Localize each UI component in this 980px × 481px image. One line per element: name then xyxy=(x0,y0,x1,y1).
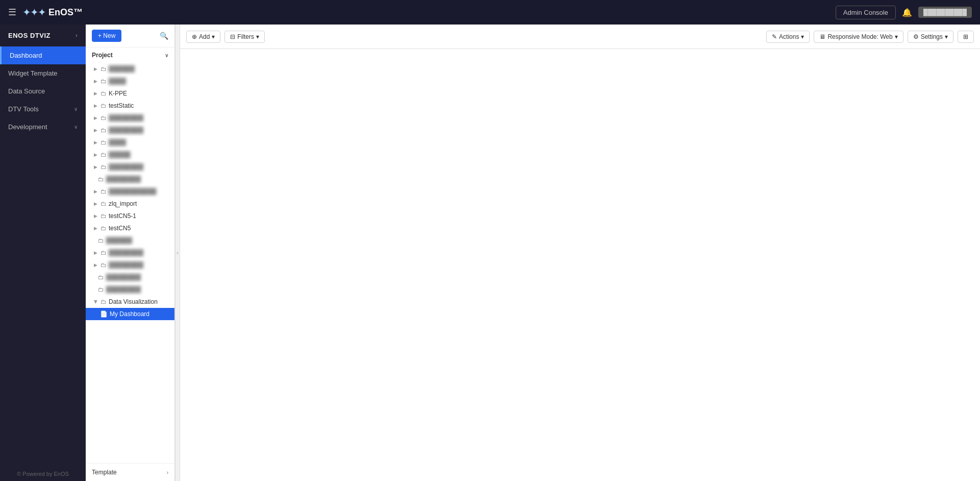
folder-icon: 🗀 xyxy=(100,127,107,134)
tree-item-9-label: ████████ xyxy=(109,163,143,171)
tree-body: Project ∨ ▶ 🗀 ██████ ▶ 🗀 ████ ▶ 🗀 K-PPE xyxy=(86,47,174,463)
user-avatar[interactable]: ██████████ xyxy=(918,7,972,18)
tree-item-6-label: ████████ xyxy=(109,127,143,134)
tree-item-14[interactable]: ▶ 🗀 ████████ xyxy=(86,259,174,271)
layout-button[interactable]: ⊞ xyxy=(958,31,974,43)
expand-arrow-icon: ▶ xyxy=(94,79,97,84)
folder-icon: 🗀 xyxy=(100,200,107,207)
expand-arrow-icon: ▶ xyxy=(94,201,97,206)
layout-icon: ⊞ xyxy=(963,33,968,40)
expand-arrow-icon: ▶ xyxy=(94,250,97,255)
expand-arrow-icon: ▶ xyxy=(94,164,97,170)
tree-panel: + New 🔍 Project ∨ ▶ 🗀 ██████ ▶ 🗀 ████ xyxy=(86,25,175,481)
sidebar-item-widget-template[interactable]: Widget Template xyxy=(0,64,86,82)
tree-item-2-label: ████ xyxy=(109,78,126,85)
search-button[interactable]: 🔍 xyxy=(160,32,168,40)
expand-arrow-icon: ▶ xyxy=(94,66,97,71)
tree-item-7-label: ████ xyxy=(109,139,126,146)
folder-icon: 🗀 xyxy=(98,274,104,281)
collapse-handle-icon: ‹ xyxy=(177,250,178,256)
sidebar-item-data-source[interactable]: Data Source xyxy=(0,82,86,100)
tree-item-16[interactable]: 🗀 ████████ xyxy=(86,283,174,296)
responsive-mode-label: Responsive Mode: Web xyxy=(827,33,892,40)
toolbar-right: ✎ Actions ▾ 🖥 Responsive Mode: Web ▾ ⚙ S… xyxy=(766,31,974,43)
tree-item-10-label: ████████ xyxy=(106,176,141,183)
tree-item-testcn51[interactable]: ▶ 🗀 testCN5-1 xyxy=(86,210,174,222)
folder-icon: 🗀 xyxy=(100,298,107,305)
sidebar-item-dashboard[interactable]: Dashboard xyxy=(0,46,86,64)
tree-item-10[interactable]: 🗀 ████████ xyxy=(86,173,174,185)
folder-icon: 🗀 xyxy=(100,163,107,171)
tree-item-11[interactable]: ▶ 🗀 ███████████ xyxy=(86,185,174,198)
tree-item-kppe[interactable]: ▶ 🗀 K-PPE xyxy=(86,87,174,100)
tree-item-13[interactable]: ▶ 🗀 ████████ xyxy=(86,247,174,259)
notification-icon[interactable]: 🔔 xyxy=(902,8,912,17)
tree-item-zlq[interactable]: ▶ 🗀 zlq_import xyxy=(86,198,174,210)
tree-item-2[interactable]: ▶ 🗀 ████ xyxy=(86,75,174,87)
tree-footer[interactable]: Template › xyxy=(86,463,174,481)
filters-label: Filters xyxy=(237,33,254,40)
folder-icon: 🗀 xyxy=(100,65,107,73)
tree-item-testcn5[interactable]: ▶ 🗀 testCN5 xyxy=(86,222,174,234)
tree-item-7[interactable]: ▶ 🗀 ████ xyxy=(86,136,174,149)
tree-item-12[interactable]: 🗀 ██████ xyxy=(86,234,174,247)
sidebar-item-dtv-tools-label: DTV Tools xyxy=(8,105,39,113)
tree-item-15-label: ████████ xyxy=(106,274,141,281)
actions-chevron-icon: ▾ xyxy=(801,33,804,40)
filters-icon: ⊟ xyxy=(230,33,235,40)
dtv-tools-chevron-icon: ∨ xyxy=(74,106,78,112)
collapse-handle[interactable]: ‹ xyxy=(175,25,180,481)
folder-icon: 🗀 xyxy=(100,188,107,195)
tree-item-mydash-label: My Dashboard xyxy=(110,310,149,318)
admin-console-button[interactable]: Admin Console xyxy=(836,6,896,19)
expand-arrow-icon: ▶ xyxy=(94,152,97,157)
folder-icon: 🗀 xyxy=(100,249,107,256)
development-chevron-icon: ∨ xyxy=(74,124,78,130)
toolbar: ⊕ Add ▾ ⊟ Filters ▾ ✎ Actions ▾ 🖥 xyxy=(180,25,980,49)
tree-item-15[interactable]: 🗀 ████████ xyxy=(86,271,174,283)
main-layout: ENOS DTVIZ › Dashboard Widget Template D… xyxy=(0,25,980,481)
new-button[interactable]: + New xyxy=(92,30,121,42)
tree-item-datavis-label: Data Visualization xyxy=(109,298,158,305)
expand-arrow-icon: ▶ xyxy=(94,91,97,96)
folder-icon: 🗀 xyxy=(100,225,107,232)
hamburger-icon[interactable]: ☰ xyxy=(8,7,16,18)
tree-item-1-label: ██████ xyxy=(109,65,135,73)
folder-icon: 🗀 xyxy=(100,114,107,122)
responsive-mode-button[interactable]: 🖥 Responsive Mode: Web ▾ xyxy=(814,31,903,43)
tree-footer-chevron-icon: › xyxy=(167,470,168,475)
folder-icon: 🗀 xyxy=(100,139,107,146)
tree-item-5[interactable]: ▶ 🗀 ████████ xyxy=(86,112,174,124)
sidebar-item-widget-template-label: Widget Template xyxy=(8,69,58,77)
tree-item-teststatic[interactable]: ▶ 🗀 testStatic xyxy=(86,100,174,112)
actions-label: Actions xyxy=(779,33,799,40)
add-label: Add xyxy=(199,33,210,40)
tree-header: + New 🔍 xyxy=(86,25,174,47)
tree-item-mydash[interactable]: 📄 My Dashboard xyxy=(86,308,174,320)
sidebar-item-development[interactable]: Development ∨ xyxy=(0,118,86,136)
tree-item-datavis[interactable]: ▶ 🗀 Data Visualization xyxy=(86,296,174,308)
sidebar-item-development-label: Development xyxy=(8,123,47,131)
tree-item-testcn5-label: testCN5 xyxy=(109,225,131,232)
expand-arrow-icon: ▶ xyxy=(94,103,97,108)
add-button[interactable]: ⊕ Add ▾ xyxy=(186,31,220,43)
tree-item-8[interactable]: ▶ 🗀 █████ xyxy=(86,149,174,161)
tree-item-1[interactable]: ▶ 🗀 ██████ xyxy=(86,63,174,75)
tree-item-9[interactable]: ▶ 🗀 ████████ xyxy=(86,161,174,173)
tree-item-5-label: ████████ xyxy=(109,114,143,122)
folder-icon: 🗀 xyxy=(98,176,104,183)
logo-dots-icon: ✦✦✦ xyxy=(22,6,45,18)
add-chevron-icon: ▾ xyxy=(212,33,215,40)
topnav-right: Admin Console 🔔 ██████████ xyxy=(836,6,972,19)
filters-button[interactable]: ⊟ Filters ▾ xyxy=(224,31,265,43)
tree-item-teststatic-label: testStatic xyxy=(109,102,134,109)
tree-section-chevron-icon: ∨ xyxy=(165,53,168,58)
folder-icon: 🗀 xyxy=(100,78,107,85)
sidebar-item-dtv-tools[interactable]: DTV Tools ∨ xyxy=(0,100,86,118)
tree-item-13-label: ████████ xyxy=(109,249,143,256)
actions-button[interactable]: ✎ Actions ▾ xyxy=(766,31,810,43)
settings-button[interactable]: ⚙ Settings ▾ xyxy=(908,31,953,43)
logo: ✦✦✦ EnOS™ xyxy=(22,6,83,18)
tree-footer-label: Template xyxy=(92,469,117,476)
tree-item-6[interactable]: ▶ 🗀 ████████ xyxy=(86,124,174,136)
